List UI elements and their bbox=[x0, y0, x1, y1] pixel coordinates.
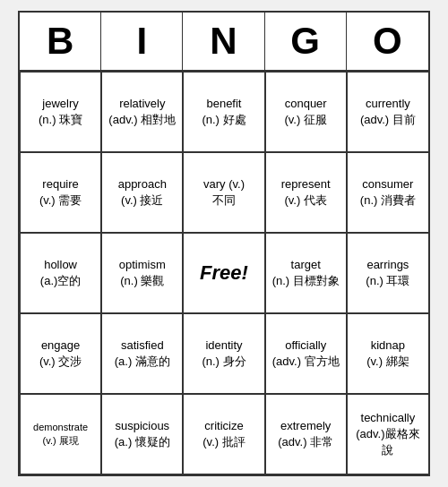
header-g: G bbox=[265, 13, 347, 70]
bingo-grid: jewelry(n.) 珠寶relatively(adv.) 相對地benefi… bbox=[20, 72, 428, 474]
bingo-cell-19[interactable]: kidnap(v.) 綁架 bbox=[347, 313, 428, 394]
bingo-cell-20[interactable]: demonstrate(v.) 展現 bbox=[20, 394, 101, 474]
bingo-cell-0[interactable]: jewelry(n.) 珠寶 bbox=[20, 72, 101, 152]
header-n: N bbox=[183, 13, 264, 70]
bingo-cell-8[interactable]: represent(v.) 代表 bbox=[265, 152, 347, 233]
bingo-cell-6[interactable]: approach(v.) 接近 bbox=[101, 152, 183, 233]
bingo-cell-4[interactable]: currently(adv.) 目前 bbox=[347, 72, 428, 152]
bingo-cell-11[interactable]: optimism(n.) 樂觀 bbox=[101, 233, 183, 313]
header-i: I bbox=[101, 13, 183, 70]
bingo-cell-15[interactable]: engage(v.) 交涉 bbox=[20, 313, 101, 394]
bingo-cell-22[interactable]: criticize(v.) 批評 bbox=[183, 394, 264, 474]
bingo-cell-18[interactable]: officially(adv.) 官方地 bbox=[265, 313, 347, 394]
bingo-card: B I N G O jewelry(n.) 珠寶relatively(adv.)… bbox=[18, 11, 430, 476]
bingo-cell-3[interactable]: conquer(v.) 征服 bbox=[265, 72, 347, 152]
bingo-header: B I N G O bbox=[20, 13, 428, 72]
bingo-cell-16[interactable]: satisfied(a.) 滿意的 bbox=[101, 313, 183, 394]
bingo-cell-5[interactable]: require(v.) 需要 bbox=[20, 152, 101, 233]
bingo-cell-1[interactable]: relatively(adv.) 相對地 bbox=[101, 72, 183, 152]
bingo-cell-21[interactable]: suspicious(a.) 懷疑的 bbox=[101, 394, 183, 474]
header-o: O bbox=[347, 13, 428, 70]
bingo-cell-13[interactable]: target(n.) 目標對象 bbox=[265, 233, 347, 313]
bingo-cell-12[interactable]: Free! bbox=[183, 233, 264, 313]
bingo-cell-2[interactable]: benefit(n.) 好處 bbox=[183, 72, 264, 152]
bingo-cell-17[interactable]: identity(n.) 身分 bbox=[183, 313, 264, 394]
header-b: B bbox=[20, 13, 101, 70]
bingo-cell-10[interactable]: hollow(a.)空的 bbox=[20, 233, 101, 313]
bingo-cell-23[interactable]: extremely(adv.) 非常 bbox=[265, 394, 347, 474]
bingo-cell-9[interactable]: consumer(n.) 消費者 bbox=[347, 152, 428, 233]
bingo-cell-7[interactable]: vary (v.)不同 bbox=[183, 152, 264, 233]
bingo-cell-24[interactable]: technically(adv.)嚴格來說 bbox=[347, 394, 428, 474]
bingo-cell-14[interactable]: earrings(n.) 耳環 bbox=[347, 233, 428, 313]
